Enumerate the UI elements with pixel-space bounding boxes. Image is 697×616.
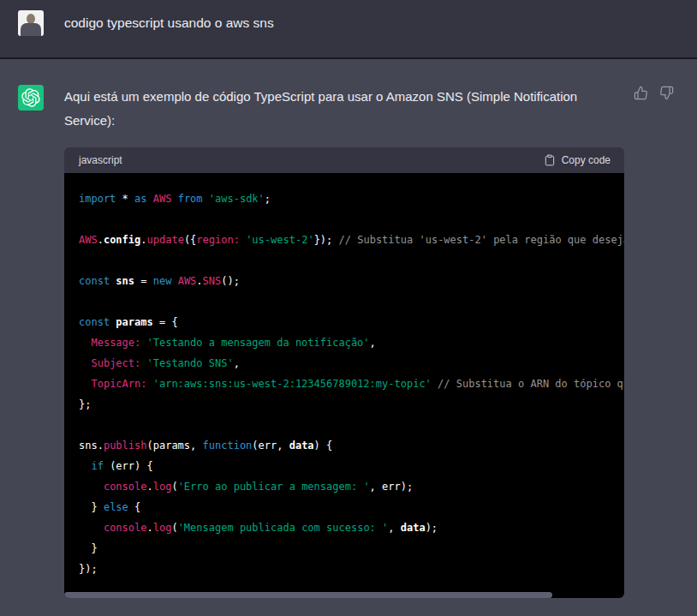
code-line xyxy=(79,250,624,271)
code-line: sns.publish(params, function(err, data) … xyxy=(79,435,624,456)
thumbs-down-button[interactable] xyxy=(659,86,674,100)
clipboard-icon xyxy=(544,154,556,166)
code-line: TopicArn: 'arn:aws:sns:us-west-2:1234567… xyxy=(79,374,624,394)
code-line xyxy=(79,209,624,230)
code-line: }; xyxy=(79,394,624,415)
openai-logo-icon xyxy=(21,88,40,107)
horizontal-scrollbar-thumb[interactable] xyxy=(64,592,552,598)
code-line: if (err) { xyxy=(79,456,624,476)
user-message-text: codigo typescript usando o aws sns xyxy=(64,10,274,36)
user-message-row: codigo typescript usando o aws sns xyxy=(0,0,697,59)
thumbs-down-icon xyxy=(659,86,674,100)
code-line: console.log('Erro ao publicar a mensagem… xyxy=(79,476,624,497)
code-line: }); xyxy=(79,559,624,579)
assistant-message-content: Aqui está um exemplo de código TypeScrip… xyxy=(64,85,624,598)
assistant-message-text: Aqui está um exemplo de código TypeScrip… xyxy=(64,85,624,133)
code-line: const params = { xyxy=(79,312,624,332)
code-language-label: javascript xyxy=(79,154,122,166)
copy-code-label: Copy code xyxy=(562,154,611,166)
assistant-avatar xyxy=(18,85,44,111)
feedback-buttons xyxy=(634,85,674,100)
code-line: const sns = new AWS.SNS(); xyxy=(79,271,624,291)
code-line: } xyxy=(79,538,624,559)
code-line xyxy=(79,415,624,435)
code-line: console.log('Mensagem publicada com suce… xyxy=(79,517,624,538)
user-avatar xyxy=(18,10,44,36)
code-line: Subject: 'Testando SNS', xyxy=(79,353,624,374)
code-line: AWS.config.update({region: 'us-west-2'})… xyxy=(79,230,624,250)
code-block-header: javascript Copy code xyxy=(64,147,624,173)
code-block: javascript Copy code import * as AWS fro… xyxy=(64,147,624,598)
thumbs-up-icon xyxy=(634,86,648,100)
code-line: } else { xyxy=(79,497,624,517)
code-line: Message: 'Testando a mensagem da notific… xyxy=(79,332,624,353)
assistant-message-row: Aqui está um exemplo de código TypeScrip… xyxy=(0,59,697,598)
code-line xyxy=(79,291,624,312)
code-line: import * as AWS from 'aws-sdk'; xyxy=(79,188,624,209)
code-body: import * as AWS from 'aws-sdk'; AWS.conf… xyxy=(64,173,624,598)
thumbs-up-button[interactable] xyxy=(634,86,648,100)
copy-code-button[interactable]: Copy code xyxy=(544,154,611,166)
code-lines: import * as AWS from 'aws-sdk'; AWS.conf… xyxy=(79,188,624,579)
